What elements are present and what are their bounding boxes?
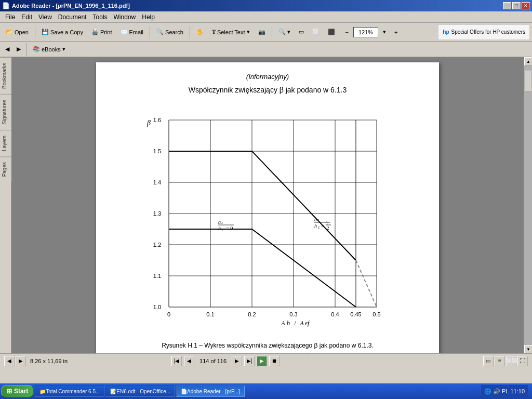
svg-text:A: A <box>299 320 304 327</box>
scroll-left-btn[interactable]: ◀ <box>4 356 15 366</box>
next-page-btn[interactable]: ▶ <box>232 356 242 366</box>
pdf-header: (Informacyjny) <box>112 73 423 81</box>
zoom-fit-page-button[interactable]: ▭ <box>295 24 308 40</box>
fullscreen-btn[interactable]: ⛶ <box>517 356 528 366</box>
svg-text:a₁: a₁ <box>218 219 223 225</box>
svg-text:c: c <box>222 228 224 232</box>
sidebar-tab-signatures[interactable]: Signatures <box>0 94 11 130</box>
single-page-btn[interactable]: ▭ <box>483 356 494 366</box>
ebooks-icon: 📚 <box>33 46 40 52</box>
zoom-input[interactable] <box>353 27 378 37</box>
last-page-btn[interactable]: ▶| <box>244 356 255 366</box>
menu-bar: File Edit View Document Tools Window Hel… <box>0 11 532 23</box>
svg-text:c: c <box>318 225 320 230</box>
minimize-btn[interactable]: — <box>503 2 511 9</box>
scroll-up-btn[interactable]: ▲ <box>524 57 532 65</box>
scroll-track[interactable] <box>524 65 532 345</box>
scroll-thumb[interactable] <box>525 71 532 91</box>
zoom-area: − ▾ + <box>342 24 402 40</box>
app-icon: 📄 <box>2 2 10 9</box>
sidebar-tab-layers[interactable]: Layers <box>0 130 11 156</box>
select-text-button[interactable]: 𝐓 Select Text ▾ <box>208 24 254 40</box>
prev-page-btn[interactable]: ◀ <box>184 356 194 366</box>
prev-view-button[interactable]: ◀ <box>2 43 12 56</box>
main-toolbar: 📂 Open 💾 Save a Copy 🖨️ Print ✉️ Email 🔍… <box>0 23 532 42</box>
svg-text:0: 0 <box>167 311 170 317</box>
email-button[interactable]: ✉️ Email <box>117 24 148 40</box>
open-button[interactable]: 📂 Open <box>2 24 32 40</box>
view-buttons: ▭ ≡ ⬜⬜ ⛶ <box>483 356 528 366</box>
svg-text:2: 2 <box>327 225 329 231</box>
pdf-caption: Rysunek H.1 – Wykres współczynnika zwięk… <box>112 341 423 353</box>
hp-icon: hp <box>443 29 449 35</box>
zoom-actual-button[interactable]: ⬛ <box>324 24 339 40</box>
zoom-in-button[interactable]: 🔍 ▾ <box>275 24 294 40</box>
document-viewer[interactable]: (Informacyjny) Współczynnik zwiększający… <box>11 57 524 353</box>
search-button[interactable]: 🔍 Search <box>153 24 187 40</box>
continuous-btn[interactable]: ≡ <box>495 356 505 366</box>
chart-svg: β <box>138 104 397 333</box>
svg-text:0.45: 0.45 <box>350 311 361 317</box>
next-view-button[interactable]: ▶ <box>14 43 24 56</box>
pdf-page: (Informacyjny) Współczynnik zwiększający… <box>96 62 439 353</box>
svg-text:1.1: 1.1 <box>153 273 161 279</box>
zoom-plus-button[interactable]: + <box>391 24 401 40</box>
zoom-fit-width-button[interactable]: ⬜ <box>309 24 323 40</box>
scroll-down-btn[interactable]: ▼ <box>524 345 532 353</box>
fit-width-icon: ⬜ <box>312 29 320 35</box>
two-page-btn[interactable]: ⬜⬜ <box>506 356 516 366</box>
page-navigation: |◀ ◀ 114 of 116 ▶ ▶| ▶ ⏹ <box>171 356 280 366</box>
sidebar-tab-bookmarks[interactable]: Bookmarks <box>0 57 11 94</box>
separator-1 <box>35 26 35 38</box>
menu-window[interactable]: Window <box>111 12 139 22</box>
zoom-out-button[interactable]: − <box>342 24 352 40</box>
sidebar-tabs: Bookmarks Signatures Layers Pages <box>0 57 11 353</box>
window-title: Adobe Reader - [prPN_EN_1996_1_116.pdf] <box>12 3 130 9</box>
menu-edit[interactable]: Edit <box>18 12 35 22</box>
menu-help[interactable]: Help <box>139 12 158 22</box>
svg-text:0.3: 0.3 <box>289 311 297 317</box>
sidebar-tab-pages[interactable]: Pages <box>0 156 11 182</box>
ebooks-button[interactable]: 📚 eBooks ▾ <box>30 43 69 56</box>
separator-3 <box>190 26 190 38</box>
save-icon: 💾 <box>42 29 49 35</box>
menu-document[interactable]: Document <box>55 12 90 22</box>
svg-text:0.4: 0.4 <box>331 311 339 317</box>
save-copy-button[interactable]: 💾 Save a Copy <box>38 24 87 40</box>
svg-text:= 0: = 0 <box>226 225 233 231</box>
close-btn[interactable]: ✕ <box>522 2 530 9</box>
pdf-title: Współczynnik zwiększający β jak podano w… <box>112 86 423 94</box>
scroll-right-btn[interactable]: ▶ <box>16 356 26 366</box>
menu-file[interactable]: File <box>2 12 18 22</box>
email-icon: ✉️ <box>121 29 128 35</box>
print-button[interactable]: 🖨️ Print <box>88 24 116 40</box>
page-size-info: 8,26 x 11,69 in <box>30 358 68 364</box>
separator-5 <box>26 43 27 56</box>
svg-text:1.0: 1.0 <box>153 304 161 310</box>
open-icon: 📂 <box>6 29 13 35</box>
restore-btn[interactable]: □ <box>512 2 521 9</box>
menu-view[interactable]: View <box>35 12 55 22</box>
prev-view-icon: ◀ <box>5 46 9 52</box>
chart-container: β <box>138 104 397 333</box>
play-btn[interactable]: ▶ <box>257 356 267 366</box>
svg-text:b: b <box>287 320 290 327</box>
svg-text:β: β <box>147 119 151 127</box>
hand-tool-button[interactable]: ✋ <box>193 24 207 40</box>
snapshot-button[interactable]: 📷 <box>255 24 269 40</box>
page-info: 114 of 116 <box>196 358 230 364</box>
right-scrollbar[interactable]: ▲ ▼ <box>524 57 532 353</box>
hp-banner[interactable]: hp Special Offers for HP customers <box>438 24 530 40</box>
main-layout: Bookmarks Signatures Layers Pages (Infor… <box>0 57 532 353</box>
stop-btn[interactable]: ⏹ <box>269 356 280 366</box>
first-page-btn[interactable]: |◀ <box>171 356 182 366</box>
zoom-dropdown-button[interactable]: ▾ <box>379 24 390 40</box>
svg-line-34 <box>356 260 377 307</box>
menu-tools[interactable]: Tools <box>90 12 111 22</box>
secondary-toolbar: ◀ ▶ 📚 eBooks ▾ <box>0 42 532 57</box>
svg-text:h: h <box>218 225 221 231</box>
chevron-down-icon: ▾ <box>287 29 290 35</box>
svg-text:ef: ef <box>305 320 310 327</box>
text-select-icon: 𝐓 <box>212 29 216 35</box>
camera-icon: 📷 <box>258 29 265 35</box>
